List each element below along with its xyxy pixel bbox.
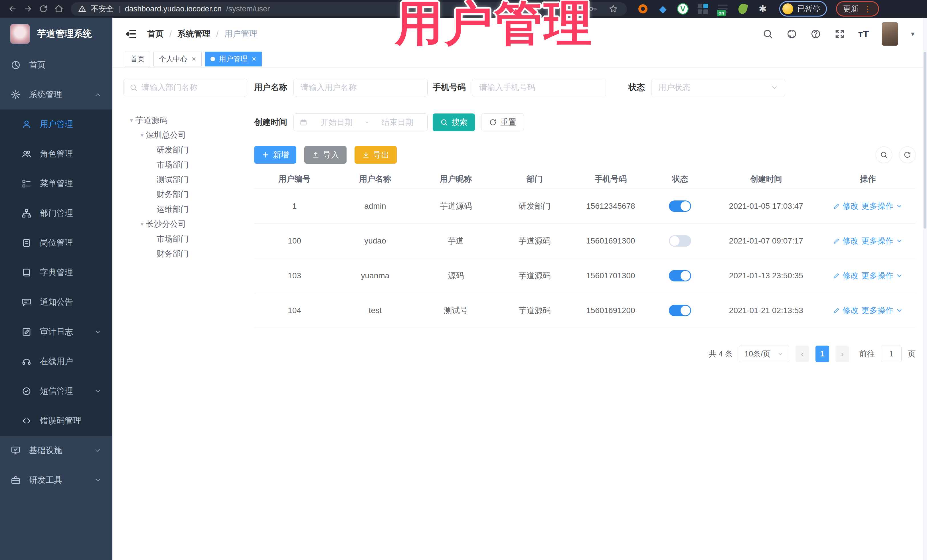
date-start-placeholder[interactable]: 开始日期 xyxy=(313,117,360,128)
sidebar-item-devtools[interactable]: 研发工具 xyxy=(0,465,112,495)
close-tab-icon[interactable]: ✕ xyxy=(252,56,257,62)
more-actions-dropdown[interactable]: 更多操作 xyxy=(862,201,903,212)
github-icon[interactable] xyxy=(786,29,797,39)
dept-search-input[interactable] xyxy=(141,83,241,92)
collapse-menu-icon[interactable] xyxy=(125,28,137,40)
status-toggle[interactable] xyxy=(669,270,691,281)
extension-leaf-icon[interactable] xyxy=(737,3,748,15)
sidebar-item-dept[interactable]: 部门管理 xyxy=(0,199,112,228)
page-scrollbar[interactable] xyxy=(923,18,927,560)
font-size-icon[interactable]: ᴛT xyxy=(858,29,869,39)
sidebar-item-notice[interactable]: 通知公告 xyxy=(0,287,112,317)
sidebar-item-label: 系统管理 xyxy=(29,89,62,100)
browser-menu-icon[interactable]: ⋮ xyxy=(864,4,872,14)
sidebar-item-system[interactable]: 系统管理 xyxy=(0,80,112,109)
security-label[interactable]: 不安全 xyxy=(91,4,114,14)
sidebar-item-errcode[interactable]: 错误码管理 xyxy=(0,406,112,436)
close-tab-icon[interactable]: ✕ xyxy=(191,56,196,62)
breadcrumb-item[interactable]: 系统管理 xyxy=(178,28,211,39)
date-end-placeholder[interactable]: 结束日期 xyxy=(374,117,422,128)
tree-expand-caret-icon[interactable]: ▾ xyxy=(138,220,146,228)
status-toggle[interactable] xyxy=(669,235,691,247)
help-icon[interactable] xyxy=(810,29,821,39)
status-select[interactable]: 用户状态 xyxy=(651,79,785,96)
tree-node[interactable]: 财务部门 xyxy=(123,187,247,202)
sidebar-item-audit[interactable]: 审计日志 xyxy=(0,317,112,347)
breadcrumb-item[interactable]: 首页 xyxy=(147,28,164,39)
sidebar-item-home[interactable]: 首页 xyxy=(0,50,112,80)
page-size-select[interactable]: 10条/页 xyxy=(739,346,789,362)
reset-button[interactable]: 重置 xyxy=(481,114,524,131)
status-toggle[interactable] xyxy=(669,200,691,212)
add-button[interactable]: 新增 xyxy=(254,146,296,164)
fullscreen-icon[interactable] xyxy=(834,29,845,39)
tree-node[interactable]: 研发部门 xyxy=(123,143,247,157)
header-search-icon[interactable] xyxy=(763,29,773,39)
search-icon xyxy=(129,83,137,91)
sidebar-item-dict[interactable]: 字典管理 xyxy=(0,258,112,287)
edit-action-link[interactable]: 修改 xyxy=(833,305,859,316)
tree-node[interactable]: 财务部门 xyxy=(123,246,247,261)
toggle-knob xyxy=(681,271,690,281)
tab-profile[interactable]: 个人中心✕ xyxy=(153,52,202,67)
date-range-picker[interactable]: 开始日期 - 结束日期 xyxy=(293,114,427,131)
browser-update-button[interactable]: 更新 ⋮ xyxy=(836,1,879,17)
browser-profile-chip[interactable]: 已暂停 xyxy=(779,1,827,17)
tree-node-label: 测试部门 xyxy=(157,174,188,185)
breadcrumb-separator: / xyxy=(216,29,219,39)
sidebar-item-menu[interactable]: 菜单管理 xyxy=(0,169,112,199)
sidebar-item-role[interactable]: 角色管理 xyxy=(0,139,112,169)
more-actions-dropdown[interactable]: 更多操作 xyxy=(862,270,903,281)
url-host[interactable]: dashboard.yudao.iocoder.cn xyxy=(125,5,222,14)
toggle-search-button[interactable] xyxy=(876,147,892,163)
extension-list-icon[interactable]: on xyxy=(717,3,728,15)
goto-page-input[interactable] xyxy=(881,346,902,362)
next-page-button[interactable]: › xyxy=(836,346,849,362)
back-icon[interactable] xyxy=(6,3,19,15)
tree-node[interactable]: ▾深圳总公司 xyxy=(123,128,247,143)
reload-icon[interactable] xyxy=(37,3,50,15)
status-toggle[interactable] xyxy=(669,305,691,316)
tab-home[interactable]: 首页 xyxy=(125,52,150,67)
tree-node[interactable]: 市场部门 xyxy=(123,157,247,172)
search-button[interactable]: 搜索 xyxy=(433,114,475,131)
prev-page-button[interactable]: ‹ xyxy=(795,346,809,362)
bookmark-star-icon[interactable] xyxy=(607,3,620,15)
page-number-current[interactable]: 1 xyxy=(816,346,829,362)
sidebar-item-post[interactable]: 岗位管理 xyxy=(0,228,112,258)
sidebar-item-user[interactable]: 用户管理 xyxy=(0,109,112,139)
extension-paw-icon[interactable]: ✱ xyxy=(757,3,768,15)
more-actions-dropdown[interactable]: 更多操作 xyxy=(862,305,903,316)
tree-node[interactable]: 运维部门 xyxy=(123,202,247,217)
extension-green-v-icon[interactable]: V xyxy=(677,3,688,15)
username-input[interactable] xyxy=(293,79,427,96)
extension-gem-icon[interactable]: ◆ xyxy=(657,3,669,15)
import-button[interactable]: 导入 xyxy=(304,146,346,164)
tree-node[interactable]: ▾长沙分公司 xyxy=(123,217,247,232)
tree-node[interactable]: 市场部门 xyxy=(123,232,247,246)
extension-grid-icon[interactable] xyxy=(697,3,708,15)
tab-user[interactable]: 用户管理✕ xyxy=(205,52,262,67)
sidebar-item-sms[interactable]: 短信管理 xyxy=(0,376,112,406)
extension-orange-ring-icon[interactable] xyxy=(637,3,649,15)
tree-node[interactable]: 测试部门 xyxy=(123,172,247,187)
tree-expand-caret-icon[interactable]: ▾ xyxy=(128,117,135,124)
refresh-table-button[interactable] xyxy=(899,147,916,163)
export-button[interactable]: 导出 xyxy=(354,146,397,164)
tree-node[interactable]: ▾芋道源码 xyxy=(123,113,247,128)
edit-action-link[interactable]: 修改 xyxy=(833,201,859,212)
sidebar-item-infra[interactable]: 基础设施 xyxy=(0,436,112,465)
scrollbar-thumb[interactable] xyxy=(924,52,926,229)
more-actions-dropdown[interactable]: 更多操作 xyxy=(862,235,903,246)
avatar-caret-icon[interactable]: ▾ xyxy=(911,30,915,38)
edit-action-link[interactable]: 修改 xyxy=(833,270,859,281)
sidebar-item-online[interactable]: 在线用户 xyxy=(0,347,112,376)
edit-action-link[interactable]: 修改 xyxy=(833,235,859,246)
mobile-input[interactable] xyxy=(472,79,606,96)
sidebar-logo[interactable]: 芋道管理系统 xyxy=(0,18,112,50)
user-avatar[interactable] xyxy=(882,22,898,46)
forward-icon[interactable] xyxy=(22,3,34,15)
tree-expand-caret-icon[interactable]: ▾ xyxy=(138,132,146,139)
home-icon[interactable] xyxy=(53,3,65,15)
gear-icon xyxy=(10,89,21,100)
